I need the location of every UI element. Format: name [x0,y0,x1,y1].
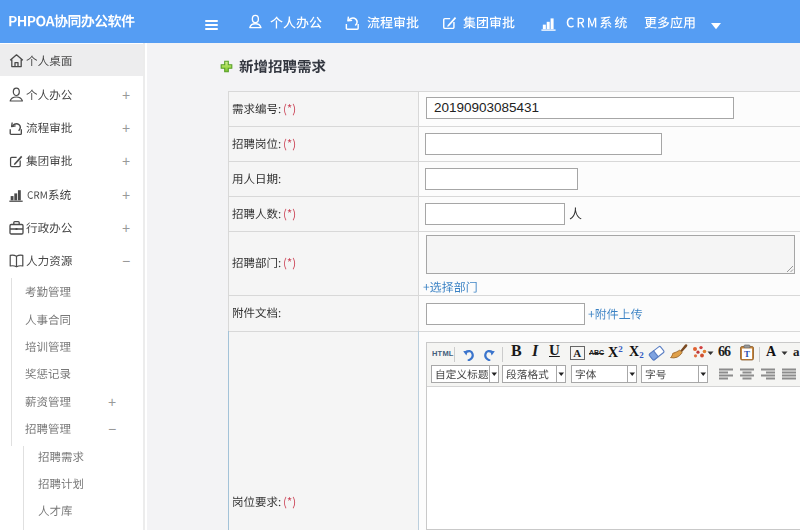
svg-text:T: T [744,349,750,359]
